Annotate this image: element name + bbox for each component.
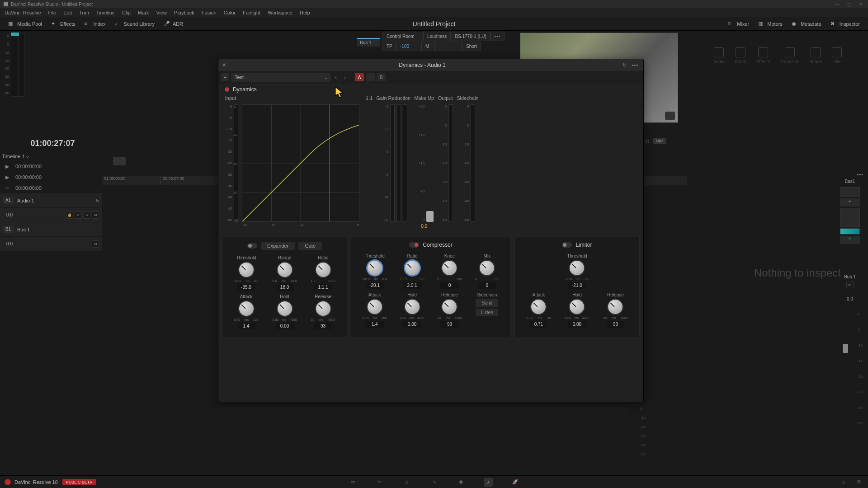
menu-clip[interactable]: Clip	[118, 10, 134, 15]
fairlight-page[interactable]: ♪	[484, 478, 493, 487]
compressor-ratio-knob[interactable]	[404, 260, 420, 276]
limiter-attack-value[interactable]: 0.71	[529, 321, 547, 328]
compressor-hold-value[interactable]: 0.00	[403, 321, 421, 328]
expander-release-knob[interactable]	[315, 300, 331, 317]
menu-color[interactable]: Color	[220, 10, 239, 15]
makeup-slider[interactable]	[426, 104, 433, 222]
preset-swap-button[interactable]: →	[366, 73, 375, 81]
dim-button[interactable]: DIM	[653, 138, 666, 144]
menu-fusion[interactable]: Fusion	[198, 10, 220, 15]
expander-hold-value[interactable]: 0.00	[276, 323, 294, 329]
menu-mark[interactable]: Mark	[134, 10, 152, 15]
expander-ratio-value[interactable]: 1:1.1	[314, 284, 332, 291]
panel-options[interactable]: •••	[631, 61, 640, 69]
expander-ratio-knob[interactable]	[315, 262, 331, 278]
inspector-button[interactable]: ✖Inspector	[826, 19, 864, 28]
compressor-toggle[interactable]	[409, 242, 419, 248]
limiter-release-value[interactable]: 93	[606, 321, 624, 328]
options-button[interactable]: •••	[491, 32, 505, 41]
effects-button[interactable]: ✦Effects	[47, 19, 80, 28]
tab-effects[interactable]: Effects	[756, 47, 770, 64]
adr-button[interactable]: 🎤ADR	[159, 19, 188, 28]
expander-tab[interactable]: Expander	[261, 242, 295, 250]
close-button[interactable]: ✕	[222, 62, 226, 68]
track-b1[interactable]: B1 Bus 1	[0, 222, 102, 237]
compressor-knee-knob[interactable]	[441, 260, 458, 276]
track-a1[interactable]: A1 Audio 1 fx	[0, 193, 102, 208]
fusion-page[interactable]: ∿	[429, 478, 439, 487]
edit-page[interactable]: ⎌	[402, 478, 411, 487]
solo-button[interactable]: S	[83, 211, 90, 219]
expand-icon[interactable]	[665, 112, 675, 120]
expander-toggle[interactable]	[247, 243, 257, 249]
menu-help[interactable]: Help	[296, 10, 314, 15]
loop-button[interactable]: ○	[4, 184, 11, 192]
menu-davinci[interactable]: DaVinci Resolve	[1, 10, 45, 15]
listen-button[interactable]: Listen	[476, 309, 498, 316]
makeup-handle[interactable]	[426, 211, 434, 222]
limiter-toggle[interactable]	[562, 242, 572, 248]
window-close[interactable]: ✕	[855, 1, 866, 7]
dynamics-curve[interactable]: 0 -20 -40 -60 dB -60 -40 -20 0	[242, 104, 359, 222]
menu-workspace[interactable]: Workspace	[264, 10, 296, 15]
expander-release-value[interactable]: 93	[314, 323, 332, 329]
media-pool-button[interactable]: ▦Media Pool	[4, 19, 47, 28]
timeline-select[interactable]: Timeline 1 ⌵	[2, 153, 104, 159]
menu-file[interactable]: File	[45, 10, 60, 15]
menu-fairlight[interactable]: Fairlight	[239, 10, 264, 15]
compressor-attack-knob[interactable]	[367, 299, 383, 315]
gate-tab[interactable]: Gate	[298, 242, 322, 250]
tab-transition[interactable]: Transition	[780, 47, 800, 64]
add-button[interactable]: +	[840, 236, 860, 244]
compressor-knee-value[interactable]: 0	[440, 282, 458, 289]
menu-timeline[interactable]: Timeline	[93, 10, 118, 15]
compressor-mix-value[interactable]: 0	[478, 282, 496, 289]
color-page[interactable]: ◉	[457, 478, 466, 487]
playhead[interactable]	[333, 407, 333, 456]
mixer-eq[interactable]	[840, 208, 860, 227]
record-indicator[interactable]	[646, 140, 649, 143]
tab-video[interactable]: Video	[713, 47, 725, 64]
compressor-threshold-value[interactable]: -20.1	[366, 282, 384, 289]
mixer-pan[interactable]	[840, 228, 860, 235]
loudness-standard[interactable]: BS.1770-1 (LU)	[451, 32, 490, 41]
expander-threshold-value[interactable]: -35.0	[237, 284, 255, 291]
preset-a-button[interactable]: A	[355, 73, 364, 81]
expander-range-value[interactable]: 18.0	[276, 284, 294, 291]
compressor-hold-knob[interactable]	[404, 299, 420, 315]
mixer-insert[interactable]	[840, 187, 860, 197]
compressor-ratio-value[interactable]: 2.0:1	[403, 282, 421, 289]
mixer-button[interactable]: ⎍Mixer	[723, 19, 754, 28]
preset-b-button[interactable]: B	[377, 73, 386, 81]
limiter-threshold-knob[interactable]	[569, 260, 585, 276]
expander-range-knob[interactable]	[277, 262, 293, 278]
track-gain[interactable]: 0.0	[3, 212, 16, 217]
limiter-hold-value[interactable]: 0.00	[568, 321, 586, 328]
play-button[interactable]: ▶	[4, 163, 11, 170]
mute-button[interactable]: M	[92, 240, 99, 248]
tab-image[interactable]: Image	[810, 47, 822, 64]
reset-icon[interactable]: ↻	[620, 61, 629, 69]
record-button[interactable]: R	[75, 211, 82, 219]
deliver-page[interactable]: 🚀	[511, 478, 520, 487]
menu-view[interactable]: View	[152, 10, 170, 15]
expander-threshold-knob[interactable]	[238, 262, 255, 278]
window-maximize[interactable]: ▢	[844, 1, 854, 7]
tab-audio[interactable]: Audio	[735, 47, 746, 64]
compressor-attack-value[interactable]: 1.4	[366, 321, 384, 328]
mute-button[interactable]: M	[846, 281, 854, 288]
menu-playback[interactable]: Playback	[170, 10, 198, 15]
send-button[interactable]: Send	[476, 299, 498, 307]
main-timecode[interactable]: 01:00:27:07	[5, 139, 101, 148]
compressor-mix-knob[interactable]	[479, 260, 495, 276]
bus-tab[interactable]: Bus 1	[357, 38, 380, 47]
cut-page[interactable]: ✄	[375, 478, 384, 487]
gain-value[interactable]: 0.0	[836, 295, 863, 303]
preset-select[interactable]: Test ⌵	[231, 73, 330, 82]
compressor-release-value[interactable]: 93	[440, 321, 458, 328]
limiter-release-knob[interactable]	[607, 299, 623, 315]
window-minimize[interactable]: —	[832, 1, 843, 7]
track-fx[interactable]: fx	[96, 198, 99, 203]
makeup-value[interactable]: 0.0	[421, 224, 427, 229]
limiter-threshold-value[interactable]: -21.0	[568, 282, 586, 289]
